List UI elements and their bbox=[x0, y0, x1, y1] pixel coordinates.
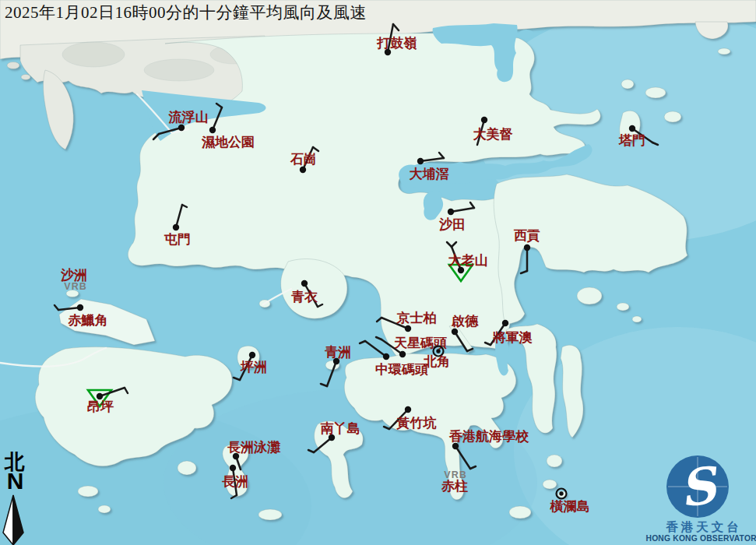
weather-station-stanley[interactable]: 赤柱VRB bbox=[441, 469, 468, 494]
station-label: 中環碼頭 bbox=[375, 362, 428, 377]
station-dot bbox=[452, 329, 458, 335]
islet bbox=[7, 62, 19, 69]
station-dot bbox=[249, 352, 255, 358]
hong-kong-wind-map: S 香港天文台 HONG KONG OBSERVATORY 打鼓嶺流浮山濕地公園… bbox=[0, 0, 756, 545]
station-label: 屯門 bbox=[164, 232, 191, 247]
station-label: 打鼓嶺 bbox=[377, 36, 417, 51]
island-shelter bbox=[617, 303, 629, 311]
station-label: 黃竹坑 bbox=[396, 415, 437, 431]
islet bbox=[21, 75, 30, 80]
station-dot bbox=[405, 406, 411, 413]
station-label: 赤柱 bbox=[441, 479, 468, 494]
station-label: 天星碼頭 bbox=[393, 336, 447, 350]
island-kau-sai-chau bbox=[577, 287, 602, 304]
station-dot bbox=[629, 125, 635, 132]
hko-logo-name-en: HONG KONG OBSERVATORY bbox=[646, 534, 756, 543]
station-dot bbox=[77, 304, 83, 311]
station-dot bbox=[448, 209, 454, 215]
hko-logo-name-cjk: 香港天文台 bbox=[665, 520, 742, 533]
station-dot bbox=[300, 167, 306, 173]
station-label: 沙田 bbox=[438, 217, 466, 232]
station-label: 大埔滘 bbox=[410, 167, 449, 181]
station-label: 大老山 bbox=[448, 253, 488, 268]
station-label: 塔門 bbox=[618, 133, 645, 148]
station-dot bbox=[301, 280, 308, 287]
calm-center-dot bbox=[559, 491, 563, 495]
vrb-label: VRB bbox=[444, 469, 466, 480]
station-label: 石崗 bbox=[290, 152, 317, 167]
island-soko-south bbox=[98, 505, 111, 513]
station-dot bbox=[399, 351, 406, 357]
station-dot bbox=[524, 244, 530, 251]
island-tung-lung bbox=[547, 455, 562, 467]
station-label: 長洲 bbox=[222, 474, 248, 489]
island-po-toi bbox=[509, 506, 531, 519]
station-dot bbox=[209, 127, 216, 133]
station-dot bbox=[405, 325, 411, 332]
station-label: 橫瀾島 bbox=[550, 499, 590, 514]
station-label: 坪洲 bbox=[240, 360, 267, 374]
station-label: 青洲 bbox=[325, 345, 351, 360]
station-dot bbox=[178, 125, 185, 131]
station-label: 青衣 bbox=[291, 290, 318, 304]
station-dot bbox=[502, 320, 508, 326]
station-label: 將軍澳 bbox=[492, 330, 533, 345]
station-dot bbox=[452, 443, 459, 449]
island-hei-ling-chau bbox=[178, 461, 196, 475]
station-label: 昂坪 bbox=[87, 399, 114, 414]
compass: 北 N bbox=[2, 452, 28, 493]
station-dot bbox=[458, 267, 464, 273]
island-soko bbox=[78, 486, 98, 497]
station-label: 大美督 bbox=[473, 126, 513, 142]
calm-center-dot bbox=[436, 349, 440, 353]
station-dot bbox=[173, 224, 179, 230]
urban-texture bbox=[144, 59, 214, 81]
station-label: 北角 bbox=[423, 354, 450, 369]
station-label: 濕地公園 bbox=[201, 135, 255, 149]
station-label: 京士柏 bbox=[396, 311, 437, 325]
station-dot bbox=[383, 353, 389, 360]
station-label: 流浮山 bbox=[168, 110, 209, 125]
islet-ne bbox=[718, 48, 730, 54]
station-label: 南丫島 bbox=[321, 421, 360, 436]
wind-map-screen: S 香港天文台 HONG KONG OBSERVATORY 打鼓嶺流浮山濕地公園… bbox=[0, 0, 756, 545]
station-dot bbox=[417, 158, 424, 164]
vrb-label: VRB bbox=[64, 281, 86, 292]
island-kat-o bbox=[621, 79, 634, 89]
map-title: 2025年1月02日16時00分的十分鐘平均風向及風速 bbox=[5, 2, 487, 23]
island-jin bbox=[632, 316, 642, 322]
island-beaufort bbox=[543, 480, 557, 489]
station-dot bbox=[230, 465, 236, 471]
station-label: 西貢 bbox=[513, 228, 540, 243]
urban-texture bbox=[62, 42, 125, 67]
starling-patch bbox=[519, 30, 534, 39]
station-label: 啟德 bbox=[451, 314, 479, 329]
station-label: 沙洲 bbox=[60, 268, 87, 283]
island-double bbox=[664, 111, 681, 122]
station-label: 長洲泳灘 bbox=[227, 440, 281, 455]
station-label: 赤鱲角 bbox=[68, 313, 108, 328]
station-dot bbox=[481, 117, 487, 123]
station-label: 香港航海學校 bbox=[448, 429, 529, 444]
island-crooked bbox=[645, 87, 666, 98]
island-shek-kwu-chau bbox=[258, 509, 282, 520]
weather-station-sha-chau[interactable]: 沙洲VRB bbox=[60, 268, 87, 293]
